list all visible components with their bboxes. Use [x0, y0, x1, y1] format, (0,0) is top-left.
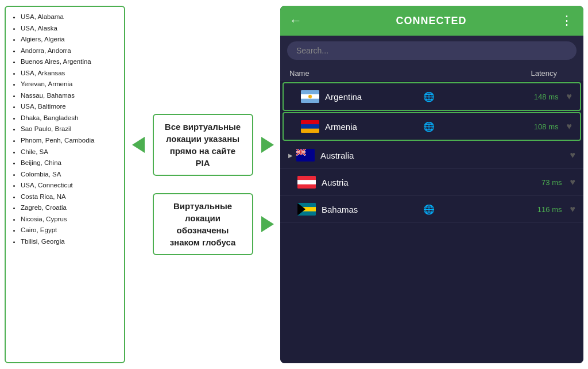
annotations-section: Все виртуальные локации указаны прямо на…	[125, 0, 280, 369]
globe-icon: 🌐	[423, 204, 435, 215]
location-list: USA, AlabamaUSA, AlaskaAlgiers, AlgeriaA…	[11, 11, 118, 247]
annotation-bottom-box: Виртуальные локации обозначены знаком гл…	[153, 193, 253, 255]
search-input[interactable]	[287, 41, 577, 60]
location-item[interactable]: Armenia🌐108 ms♥	[283, 112, 581, 141]
menu-button[interactable]: ⋮	[560, 13, 574, 28]
location-list-item: Beijing, China	[21, 157, 118, 169]
app-header: ← CONNECTED ⋮	[280, 6, 583, 36]
annotation-top-text: Все виртуальные локации указаны прямо на…	[165, 122, 241, 168]
location-list-item: Phnom, Penh, Cambodia	[21, 135, 118, 147]
location-name: Bahamas	[322, 205, 420, 214]
location-list-item: USA, Arkansas	[21, 68, 118, 79]
location-list-item: Algiers, Algeria	[21, 34, 118, 45]
arrow-right-bottom	[261, 216, 274, 232]
favorite-icon[interactable]: ♥	[570, 150, 576, 160]
location-list-item: Sao Paulo, Brazil	[21, 124, 118, 135]
column-headers: Name Latency	[280, 66, 583, 81]
location-list-item: Chile, SA	[21, 147, 118, 158]
location-list-item: USA, Alabama	[21, 11, 118, 23]
svg-point-4	[310, 96, 311, 98]
latency-value: 108 ms	[530, 122, 559, 131]
flag-australia	[296, 149, 315, 162]
location-name: Argentina	[325, 92, 420, 102]
favorite-icon[interactable]: ♥	[570, 177, 576, 187]
location-name: Armenia	[325, 122, 420, 132]
svg-rect-6	[301, 124, 319, 128]
svg-rect-18	[297, 176, 316, 180]
location-item[interactable]: Argentina🌐148 ms♥	[283, 82, 581, 111]
location-list-item: Zagreb, Croatia	[21, 202, 118, 214]
location-list-item: Nassau, Bahamas	[21, 90, 118, 102]
latency-value: 116 ms	[533, 205, 562, 214]
location-list-item: USA, Connecticut	[21, 180, 118, 191]
location-item[interactable]: Bahamas🌐116 ms♥	[280, 196, 583, 223]
globe-icon: 🌐	[423, 121, 435, 132]
location-list-item: Colombia, SA	[21, 169, 118, 180]
location-list-item: Dhaka, Bangladesh	[21, 113, 118, 124]
svg-rect-2	[301, 99, 319, 103]
arrow-right-top	[261, 137, 274, 153]
location-list-item: Costa Rica, NA	[21, 191, 118, 203]
location-name: Austria	[322, 178, 427, 187]
flag-bahamas	[297, 203, 316, 216]
location-name: Australia	[320, 151, 444, 160]
location-item[interactable]: ▶ Australia♥	[280, 142, 583, 169]
location-list-item: Tbilisi, Georgia	[21, 236, 118, 248]
location-list-item: USA, Alaska	[21, 23, 118, 34]
location-list-item: Andorra, Andorra	[21, 45, 118, 57]
location-list-container[interactable]: Argentina🌐148 ms♥ Armenia🌐108 ms♥▶ Austr…	[280, 81, 583, 363]
favorite-icon[interactable]: ♥	[567, 91, 572, 102]
annotation-bottom-text: Виртуальные локации обозначены знаком гл…	[170, 201, 236, 247]
svg-point-3	[308, 95, 312, 98]
svg-rect-5	[301, 120, 319, 124]
back-button[interactable]: ←	[289, 13, 302, 28]
location-list-item: Yerevan, Armenia	[21, 79, 118, 90]
svg-rect-20	[297, 184, 316, 189]
flag-argentina	[301, 90, 319, 103]
location-item[interactable]: Austria73 ms♥	[280, 169, 583, 196]
location-list-item: Nicosia, Cyprus	[21, 214, 118, 225]
favorite-icon[interactable]: ♥	[570, 204, 576, 214]
location-list-item: Cairo, Egypt	[21, 225, 118, 236]
svg-rect-19	[297, 180, 316, 184]
flag-austria	[297, 176, 316, 189]
col-name-header: Name	[289, 69, 310, 78]
search-container	[280, 36, 583, 66]
expand-arrow-icon: ▶	[288, 152, 293, 159]
arrow-left-top	[132, 137, 145, 153]
latency-value: 148 ms	[530, 93, 559, 101]
header-title: CONNECTED	[396, 15, 466, 27]
vpn-app-panel: ← CONNECTED ⋮ Name Latency Argentina🌐148…	[280, 6, 583, 363]
annotation-top-box: Все виртуальные локации указаны прямо на…	[153, 114, 253, 176]
location-list-item: Buenos Aires, Argentina	[21, 56, 118, 68]
favorite-icon[interactable]: ♥	[567, 121, 572, 132]
svg-rect-1	[301, 94, 319, 98]
latency-value: 73 ms	[533, 178, 562, 187]
location-list-item: USA, Baltimore	[21, 101, 118, 113]
svg-rect-0	[301, 90, 319, 94]
flag-armenia	[301, 120, 319, 133]
globe-icon: 🌐	[423, 91, 435, 102]
svg-rect-7	[301, 129, 319, 133]
col-latency-header: Latency	[531, 69, 557, 78]
location-list-panel: USA, AlabamaUSA, AlaskaAlgiers, AlgeriaA…	[5, 6, 125, 363]
